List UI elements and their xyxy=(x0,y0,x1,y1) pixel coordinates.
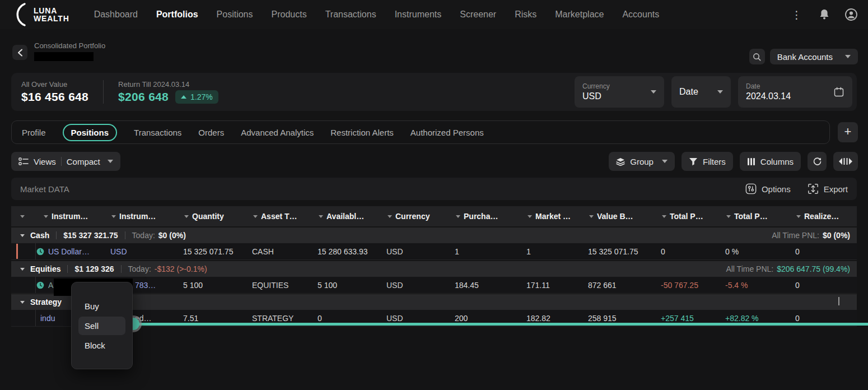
header-currency[interactable]: Currency xyxy=(380,212,448,221)
header-asset-type[interactable]: Asset T… xyxy=(245,212,311,221)
nav-item-risks[interactable]: Risks xyxy=(515,10,536,20)
instrument-id[interactable]: USD xyxy=(104,247,176,256)
tab-authorized-persons[interactable]: Authorized Persons xyxy=(410,128,484,137)
return-change-badge: 1.27% xyxy=(175,90,218,104)
tab-orders[interactable]: Orders xyxy=(198,128,224,137)
header-available[interactable]: Availabl… xyxy=(311,212,380,221)
currency-label: Currency xyxy=(582,82,610,90)
options-button[interactable]: Options xyxy=(745,183,791,194)
cell-market: 171.11 xyxy=(520,281,581,290)
nav-item-marketplace[interactable]: Marketplace xyxy=(555,10,604,20)
divider xyxy=(61,157,62,166)
menu-item-block[interactable]: Block xyxy=(72,336,132,355)
date-label: Date xyxy=(746,82,791,90)
more-menu-icon[interactable]: ⋮ xyxy=(789,10,804,20)
cell-total-pnl-pct: +82.82 % xyxy=(718,314,788,323)
header-expand-all[interactable] xyxy=(11,215,36,218)
header-total-pnl[interactable]: Total P… xyxy=(654,212,718,221)
group-name: Equities xyxy=(30,264,60,273)
refresh-button[interactable] xyxy=(808,152,827,171)
nav-item-accounts[interactable]: Accounts xyxy=(622,10,659,20)
header-instrument-id[interactable]: Instrum… xyxy=(104,212,176,221)
nav-item-instruments[interactable]: Instruments xyxy=(395,10,442,20)
table-row-app[interactable]: APP 783… 5 100 EQUITIES 5 100 USD 184.45… xyxy=(11,277,857,294)
chevron-down-icon xyxy=(20,301,25,304)
return-value: $206 648 xyxy=(118,90,169,104)
filter-funnel-icon xyxy=(689,157,698,166)
group-label: Group xyxy=(630,157,654,166)
market-data-bar: Market DATA Options Exp xyxy=(11,178,857,200)
group-row-equities[interactable]: Equities $1 129 326 Today: -$132 (>-0.1%… xyxy=(11,261,857,277)
view-mode-value: Compact xyxy=(67,157,100,166)
market-data-title: Market DATA xyxy=(20,184,69,194)
cell-market: 182.82 xyxy=(520,314,581,323)
clock-icon xyxy=(36,281,44,289)
nav-item-positions[interactable]: Positions xyxy=(217,10,253,20)
panel-toggle-button[interactable] xyxy=(833,152,858,171)
cell-value-base: 872 661 xyxy=(581,281,654,290)
back-button[interactable] xyxy=(12,45,27,60)
export-icon xyxy=(808,183,819,194)
nav-item-products[interactable]: Products xyxy=(272,10,307,20)
tab-restriction-alerts[interactable]: Restriction Alerts xyxy=(330,128,394,137)
search-icon xyxy=(753,53,761,61)
export-label: Export xyxy=(824,184,848,194)
currency-select[interactable]: Currency USD xyxy=(575,76,664,108)
user-account-icon[interactable] xyxy=(844,8,858,21)
group-row-cash[interactable]: Cash $15 327 321.75 Today: $0 (0%) All T… xyxy=(11,227,857,243)
today-label: Today: xyxy=(128,264,151,273)
views-compact-dropdown[interactable]: Views Compact xyxy=(11,152,120,171)
add-tab-button[interactable]: + xyxy=(838,122,858,142)
nav-item-screener[interactable]: Screener xyxy=(460,10,496,20)
cell-available: 15 280 633.93 xyxy=(311,247,380,256)
all-over-value-metric: All Over Value $16 456 648 xyxy=(19,80,91,104)
nav-item-dashboard[interactable]: Dashboard xyxy=(94,10,138,20)
views-list-icon xyxy=(18,157,29,165)
header-quantity[interactable]: Quantity xyxy=(176,212,245,221)
nav-right-controls: ⋮ xyxy=(789,8,858,21)
cell-currency: USD xyxy=(380,247,448,256)
instrument-name-link[interactable]: US Dollar… xyxy=(48,247,90,256)
top-navigation: LUNA WEALTH Dashboard Portfolios Positio… xyxy=(0,0,868,29)
options-label: Options xyxy=(762,184,791,194)
header-value-base[interactable]: Value B… xyxy=(581,212,654,221)
menu-item-sell[interactable]: Sell xyxy=(78,317,125,335)
all-over-value: $16 456 648 xyxy=(21,90,88,104)
group-dropdown[interactable]: Group xyxy=(609,152,675,171)
tab-advanced-analytics[interactable]: Advanced Analytics xyxy=(241,128,314,137)
notifications-bell-icon[interactable] xyxy=(819,8,830,21)
positions-table: Instrum… Instrum… Quantity Asset T… Avai… xyxy=(11,206,857,327)
header-realized[interactable]: Realize… xyxy=(788,212,857,221)
tab-positions[interactable]: Positions xyxy=(63,124,118,141)
nav-item-portfolios[interactable]: Portfolios xyxy=(156,10,198,20)
cell-total-pnl: -50 767.25 xyxy=(654,281,718,290)
position-flag xyxy=(16,244,18,259)
cell-total-pnl-pct: -5.4 % xyxy=(718,281,788,290)
columns-button[interactable]: Columns xyxy=(740,152,801,171)
table-header: Instrum… Instrum… Quantity Asset T… Avai… xyxy=(11,206,857,226)
header-market[interactable]: Market … xyxy=(520,212,581,221)
search-button[interactable] xyxy=(749,49,765,64)
luna-wealth-logo[interactable]: LUNA WEALTH xyxy=(10,2,69,27)
tab-profile[interactable]: Profile xyxy=(22,128,46,137)
table-row-us-dollar[interactable]: US Dollar… USD 15 325 071.75 CASH 15 280… xyxy=(11,243,857,260)
group-total: $15 327 321.75 xyxy=(63,231,118,240)
instrument-name-link[interactable]: indu xyxy=(40,314,55,323)
cell-market: 1 xyxy=(520,247,581,256)
date-mode-select[interactable]: Date xyxy=(671,76,731,108)
group-total: $1 129 326 xyxy=(74,264,114,273)
header-total-pnl-pct[interactable]: Total P… xyxy=(718,212,788,221)
chevron-down-icon xyxy=(845,55,851,58)
nav-item-transactions[interactable]: Transactions xyxy=(325,10,376,20)
date-value: 2024.03.14 xyxy=(746,91,791,101)
export-button[interactable]: Export xyxy=(808,183,848,194)
date-picker[interactable]: Date 2024.03.14 xyxy=(738,76,852,108)
filters-button[interactable]: Filters xyxy=(682,152,733,171)
menu-item-buy[interactable]: Buy xyxy=(72,297,132,315)
group-row-strategy[interactable]: Strategy xyxy=(11,294,857,310)
tab-transactions[interactable]: Transactions xyxy=(134,128,181,137)
header-instrument-name[interactable]: Instrum… xyxy=(36,212,104,221)
header-purchase[interactable]: Purcha… xyxy=(448,212,520,221)
cell-value-base: 15 325 071.75 xyxy=(581,247,654,256)
bank-accounts-dropdown[interactable]: Bank Accounts xyxy=(770,49,858,64)
